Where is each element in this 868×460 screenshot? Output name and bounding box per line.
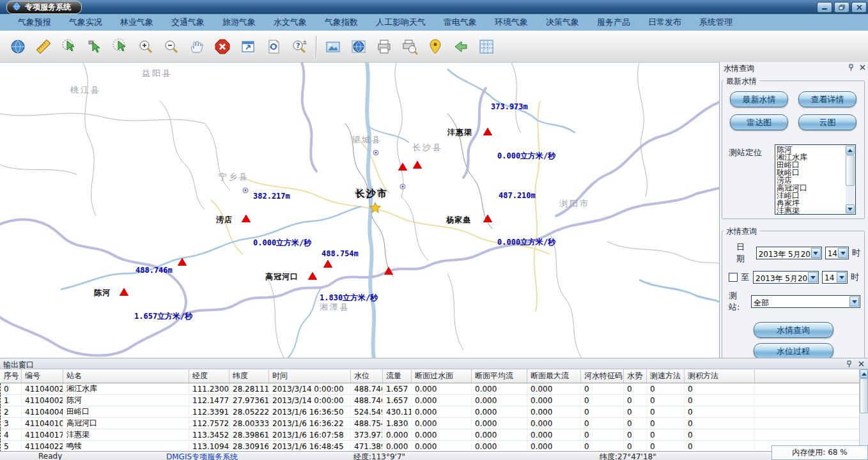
chevron-down-icon[interactable] (837, 272, 846, 282)
column-header[interactable]: 纬度 (229, 369, 269, 383)
column-header[interactable]: 水势 (624, 369, 647, 383)
map-area[interactable]: 益阳县桃江县宁乡县望城县长沙县浏阳市湘潭县沣惠渠涝店杨家蛊高冠河口陈河373.9… (0, 62, 719, 358)
menu-item[interactable]: 服务产品 (588, 14, 639, 31)
menu-item[interactable]: 交通气象 (162, 14, 213, 31)
column-header[interactable]: 水位 (351, 369, 383, 383)
column-header[interactable]: 测积方法 (685, 369, 755, 383)
date-picker[interactable]: 2013年 5月20日 (756, 247, 822, 259)
zoom-out-icon[interactable] (159, 34, 184, 59)
identify-icon[interactable]: ?± (286, 34, 312, 59)
button-雷达图[interactable]: 雷达图 (730, 114, 788, 130)
button-云图[interactable]: 云图 (798, 114, 856, 130)
station-marker-icon[interactable] (242, 215, 251, 222)
menu-item[interactable]: 系统管理 (690, 14, 741, 31)
station-marker-icon[interactable] (308, 272, 317, 280)
menu-item[interactable]: 气象指数 (316, 14, 367, 31)
table-row[interactable]: 341104010高冠河口112.75722228.0033332013/1/6… (1, 418, 860, 429)
stop-icon[interactable] (210, 34, 235, 59)
pointer-icon[interactable] (82, 34, 107, 59)
menu-item[interactable]: 旅游气象 (213, 14, 265, 31)
to-checkbox[interactable] (729, 273, 738, 282)
column-header[interactable]: 断面过水面 (412, 369, 472, 383)
menu-item[interactable]: 水文气象 (265, 14, 316, 31)
menu-item[interactable]: 气象实况 (60, 14, 111, 31)
scroll-up-icon[interactable] (846, 146, 855, 155)
station-marker-icon[interactable] (413, 161, 422, 169)
print-icon[interactable] (371, 34, 397, 59)
column-header[interactable]: 编号 (22, 369, 63, 383)
menu-item[interactable]: 日常发布 (639, 14, 690, 31)
menu-item[interactable]: 决策气象 (537, 14, 588, 31)
station-list-item[interactable]: 沣惠渠 (777, 207, 845, 215)
column-header[interactable]: 流量 (383, 369, 412, 383)
scroll-thumb[interactable] (846, 155, 855, 186)
station-marker-icon[interactable] (120, 288, 128, 296)
station-select[interactable]: 全部 (751, 295, 860, 308)
scroll-up-icon[interactable] (860, 369, 868, 378)
select-region-icon[interactable] (107, 34, 133, 59)
output-close-icon[interactable] (856, 360, 865, 368)
menu-item[interactable]: 环境气象 (486, 14, 537, 31)
restore-icon[interactable] (834, 2, 849, 13)
button-查看详情[interactable]: 查看详情 (798, 91, 856, 107)
column-header[interactable]: 河水特征码 (581, 369, 624, 383)
station-marker-icon[interactable] (384, 267, 393, 275)
column-header[interactable]: 时间 (269, 369, 351, 383)
menu-item[interactable]: 人工影响天气 (367, 14, 435, 31)
chevron-down-icon[interactable] (849, 296, 859, 307)
app-tab[interactable]: 专项服务系统 (6, 1, 82, 14)
column-header[interactable]: 序号 (1, 369, 22, 383)
table-row[interactable]: 541104022鸣犊113.10944428.3091672013/1/6 1… (1, 441, 860, 452)
menu-item[interactable]: 林业气象 (111, 14, 162, 31)
station-list-scrollbar[interactable] (846, 146, 855, 213)
hour-picker-end[interactable]: 14 (822, 271, 848, 284)
menu-item[interactable]: 气象预报 (9, 14, 60, 31)
minimize-icon[interactable] (817, 2, 832, 13)
chevron-down-icon[interactable] (808, 272, 818, 282)
table-row[interactable]: 441104017沣惠渠113.34527828.3986112013/1/6 … (1, 429, 860, 441)
column-header[interactable]: 断面平均流 (472, 369, 527, 383)
column-header[interactable]: 断面最大流 (527, 369, 581, 383)
column-header[interactable]: 站名 (63, 369, 189, 383)
scroll-thumb[interactable] (860, 378, 868, 413)
station-marker-icon[interactable] (483, 215, 492, 222)
menu-item[interactable]: 雷电气象 (435, 14, 486, 31)
image-icon[interactable] (320, 34, 346, 59)
column-header[interactable]: 经度 (189, 369, 229, 383)
zoom-in-icon[interactable] (133, 34, 159, 59)
measure-icon[interactable] (31, 34, 56, 59)
table-row[interactable]: 241104004田峪口112.33916728.0522222013/1/6 … (1, 406, 860, 418)
refresh-icon[interactable] (261, 34, 286, 59)
station-marker-icon[interactable] (483, 128, 492, 135)
close-icon[interactable] (851, 2, 867, 13)
button-水情查询[interactable]: 水情查询 (754, 322, 833, 338)
station-marker-icon[interactable] (178, 258, 187, 266)
table-cell: 41104002 (22, 395, 63, 406)
globe-icon[interactable] (5, 34, 31, 59)
pan-icon[interactable] (184, 34, 210, 59)
locate-icon[interactable] (422, 34, 448, 59)
station-marker-icon[interactable] (323, 260, 332, 268)
back-icon[interactable] (448, 34, 474, 59)
print-preview-icon[interactable] (397, 34, 422, 59)
panel-close-icon[interactable] (858, 63, 867, 72)
pin-icon[interactable] (846, 63, 855, 72)
scroll-down-icon[interactable] (846, 204, 855, 213)
date-picker-end[interactable]: 2013年 5月20日 (753, 271, 819, 284)
world-icon[interactable] (346, 34, 371, 59)
chevron-down-icon[interactable] (811, 248, 821, 258)
hour-picker[interactable]: 14 (825, 247, 849, 259)
grid-icon[interactable] (474, 34, 499, 59)
pin-icon[interactable] (844, 360, 853, 368)
button-水位过程[interactable]: 水位过程 (754, 343, 833, 359)
table-scrollbar[interactable] (859, 369, 868, 451)
chevron-down-icon[interactable] (838, 248, 848, 258)
select-icon[interactable] (56, 34, 82, 59)
table-row[interactable]: 041104002湘江水库111.23000028.2811112013/3/1… (1, 383, 860, 395)
table-row[interactable]: 141104002陈河112.14777827.9736112013/3/14 … (1, 395, 860, 406)
station-list[interactable]: 陈河湘江水库田峪口耿峪口涝店高冠河口沣峪口冉家坪沣惠渠 (775, 144, 856, 215)
station-marker-icon[interactable] (398, 163, 407, 171)
column-header[interactable]: 测速方法 (647, 369, 685, 383)
window-icon[interactable] (235, 34, 261, 59)
button-最新水情[interactable]: 最新水情 (730, 91, 788, 107)
